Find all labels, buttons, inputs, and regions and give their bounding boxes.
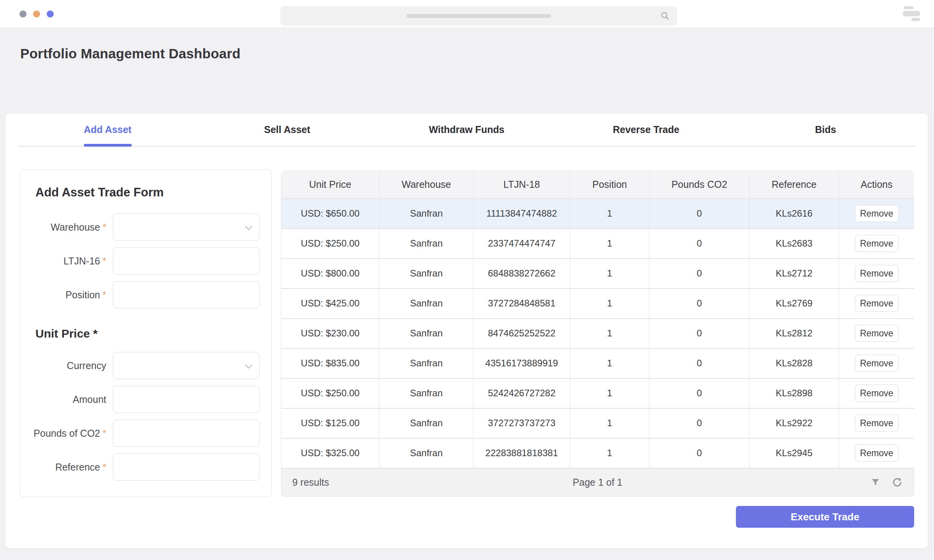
tab-label: Add Asset xyxy=(84,124,132,135)
form-field-currency: Currency xyxy=(32,352,260,379)
column-header-position: Position xyxy=(570,171,650,199)
required-asterisk: * xyxy=(102,289,106,300)
tab-bar: Add AssetSell AssetWithdraw FundsReverse… xyxy=(18,114,915,147)
cell-pounds-co2: 0 xyxy=(650,348,750,378)
cell-position: 1 xyxy=(570,438,650,468)
table-row: USD: $325.00Sanfran2228388181838110KLs29… xyxy=(281,438,915,468)
table-footer: 9 results Page 1 of 1 xyxy=(281,469,914,497)
cell-unit-price: USD: $230.00 xyxy=(281,318,379,348)
cell-pounds-co2: 0 xyxy=(650,259,750,289)
chevron-down-icon xyxy=(246,361,252,367)
cell-unit-price: USD: $325.00 xyxy=(281,438,379,468)
cell-pounds-co2: 0 xyxy=(650,408,750,438)
page-title: Portfolio Management Dashboard xyxy=(20,46,241,61)
table-row: USD: $250.00Sanfran524242672728210KLs289… xyxy=(281,378,915,408)
tab-bids[interactable]: Bids xyxy=(736,114,915,146)
results-count: 9 results xyxy=(292,477,329,488)
input-pounds-of-co2[interactable] xyxy=(113,420,260,447)
remove-button[interactable]: Remove xyxy=(855,444,899,462)
select-warehouse[interactable] xyxy=(113,214,260,241)
field-control xyxy=(113,214,260,241)
refresh-icon[interactable] xyxy=(892,477,903,488)
select-currency[interactable] xyxy=(113,352,260,379)
window-dot-orange[interactable] xyxy=(33,10,40,18)
remove-button[interactable]: Remove xyxy=(855,295,899,312)
address-search-bar[interactable] xyxy=(280,6,677,26)
form-fields-main: Warehouse*LTJN-16*Position* xyxy=(32,214,260,308)
cell-actions: Remove xyxy=(839,348,915,378)
remove-button[interactable]: Remove xyxy=(855,415,899,432)
chevron-down-icon xyxy=(246,222,252,229)
cell-actions: Remove xyxy=(839,378,915,408)
cell-unit-price: USD: $650.00 xyxy=(281,199,379,229)
remove-button[interactable]: Remove xyxy=(855,265,899,282)
cell-actions: Remove xyxy=(839,259,915,289)
cell-warehouse: Sanfran xyxy=(379,289,474,318)
cell-position: 1 xyxy=(570,259,650,289)
table-row: USD: $230.00Sanfran847462525252210KLs281… xyxy=(281,318,915,348)
field-label: Position* xyxy=(32,289,106,301)
filter-icon[interactable] xyxy=(870,477,881,488)
table-header-row: Unit PriceWarehouseLTJN-18PositionPounds… xyxy=(281,171,915,199)
column-header-pounds-co2: Pounds CO2 xyxy=(650,171,750,199)
field-label-text: Amount xyxy=(73,394,106,405)
page-indicator: Page 1 of 1 xyxy=(573,477,623,488)
cell-actions: Remove xyxy=(839,229,915,259)
cell-reference: KLs2898 xyxy=(750,378,839,408)
tab-sell-asset[interactable]: Sell Asset xyxy=(197,114,377,146)
window-dot-blue[interactable] xyxy=(47,10,54,18)
execute-trade-button[interactable]: Execute Trade xyxy=(736,506,914,528)
table-row: USD: $425.00Sanfran372728484858110KLs276… xyxy=(281,289,915,318)
form-field-ltjn-16: LTJN-16* xyxy=(32,247,260,275)
input-reference[interactable] xyxy=(113,453,260,481)
add-asset-trade-form: Add Asset Trade Form Warehouse*LTJN-16*P… xyxy=(19,170,272,497)
browser-menu-icon[interactable] xyxy=(903,5,921,22)
remove-button[interactable]: Remove xyxy=(855,355,899,372)
field-control xyxy=(113,420,260,447)
field-control xyxy=(113,453,260,481)
cell-warehouse: Sanfran xyxy=(379,318,474,348)
field-label-text: Pounds of CO2 xyxy=(33,428,100,439)
window-dot-gray[interactable] xyxy=(19,10,26,18)
input-amount[interactable] xyxy=(113,386,260,413)
cell-ltjn-18: 11113847474882 xyxy=(474,199,570,229)
cell-position: 1 xyxy=(570,199,650,229)
field-control xyxy=(113,281,260,308)
cell-actions: Remove xyxy=(839,408,915,438)
remove-button[interactable]: Remove xyxy=(855,205,899,222)
cell-warehouse: Sanfran xyxy=(379,259,474,289)
form-field-pounds-of-co2: Pounds of CO2* xyxy=(32,420,260,447)
cell-ltjn-18: 6848838272662 xyxy=(474,259,570,289)
cell-actions: Remove xyxy=(839,199,915,229)
cell-warehouse: Sanfran xyxy=(379,378,474,408)
column-header-warehouse: Warehouse xyxy=(379,171,474,199)
required-asterisk: * xyxy=(102,462,106,472)
window-controls xyxy=(19,0,54,28)
cell-reference: KLs2712 xyxy=(750,259,839,289)
form-field-position: Position* xyxy=(32,281,260,308)
input-ltjn-16[interactable] xyxy=(113,247,260,275)
tab-label: Withdraw Funds xyxy=(429,124,504,135)
cell-ltjn-18: 43516173889919 xyxy=(474,348,570,378)
cell-reference: KLs2616 xyxy=(750,199,839,229)
input-position[interactable] xyxy=(113,281,260,308)
cell-warehouse: Sanfran xyxy=(379,229,474,259)
tab-reverse-trade[interactable]: Reverse Trade xyxy=(557,114,736,146)
cell-reference: KLs2945 xyxy=(750,438,839,468)
remove-button[interactable]: Remove xyxy=(855,325,899,342)
remove-button[interactable]: Remove xyxy=(855,235,899,252)
search-icon xyxy=(660,11,670,21)
cell-warehouse: Sanfran xyxy=(379,438,474,468)
tab-add-asset[interactable]: Add Asset xyxy=(18,114,197,146)
tab-withdraw-funds[interactable]: Withdraw Funds xyxy=(377,114,556,146)
field-label-text: Position xyxy=(65,289,100,300)
column-header-reference: Reference xyxy=(750,171,839,199)
cell-pounds-co2: 0 xyxy=(650,438,750,468)
cell-pounds-co2: 0 xyxy=(650,229,750,259)
remove-button[interactable]: Remove xyxy=(855,385,899,402)
column-header-unit-price: Unit Price xyxy=(281,171,379,199)
cell-reference: KLs2683 xyxy=(750,229,839,259)
table-row: USD: $800.00Sanfran684883827266210KLs271… xyxy=(281,259,915,289)
cell-unit-price: USD: $250.00 xyxy=(281,378,379,408)
tab-label: Reverse Trade xyxy=(613,124,679,135)
